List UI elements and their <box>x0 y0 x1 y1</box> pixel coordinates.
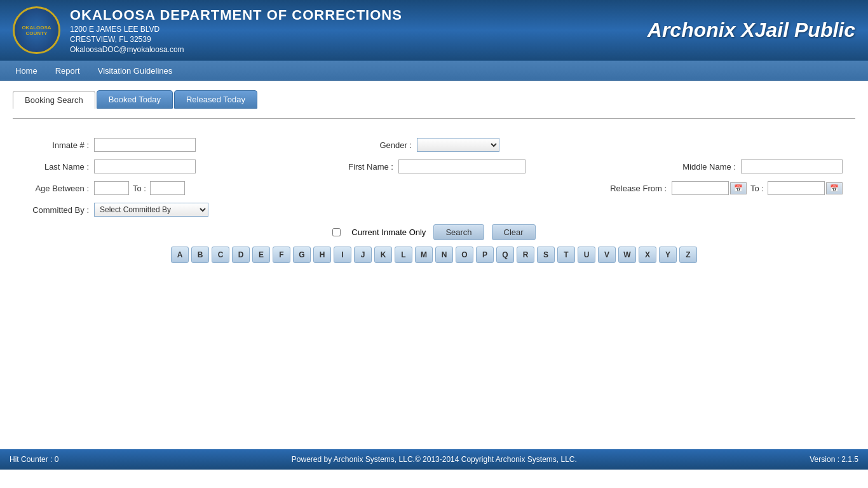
form-row-names: Last Name : First Name : Middle Name : <box>25 159 843 173</box>
alpha-btn-n[interactable]: N <box>435 247 453 263</box>
alpha-btn-o[interactable]: O <box>456 247 473 263</box>
header: OKALOOSA COUNTY OKALOOSA DEPARTMENT OF C… <box>0 0 868 60</box>
alpha-btn-l[interactable]: L <box>395 247 412 263</box>
app-name: Archonix XJail Public <box>648 18 855 42</box>
last-name-input[interactable] <box>94 159 196 173</box>
release-to-calendar-btn[interactable]: 📅 <box>826 182 843 194</box>
age-from-input[interactable] <box>94 181 129 195</box>
first-name-label: First Name : <box>336 162 393 172</box>
gender-select[interactable]: Male Female <box>417 138 499 152</box>
alpha-btn-a[interactable]: A <box>171 247 189 263</box>
middle-name-input[interactable] <box>741 159 843 173</box>
alpha-btn-j[interactable]: J <box>354 247 372 263</box>
alpha-btn-w[interactable]: W <box>618 247 636 263</box>
alpha-btn-b[interactable]: B <box>191 247 209 263</box>
header-info: OKALOOSA DEPARTMENT OF CORRECTIONS 1200 … <box>70 7 648 54</box>
email: OkaloosaDOC@myokaloosa.com <box>70 45 648 54</box>
alpha-btn-m[interactable]: M <box>415 247 433 263</box>
search-form: Inmate # : Gender : Male Female Last Nam… <box>13 132 855 269</box>
current-inmate-checkbox[interactable] <box>332 228 341 236</box>
nav-visitation[interactable]: Visitation Guidelines <box>89 62 182 79</box>
alpha-btn-k[interactable]: K <box>374 247 392 263</box>
nav-report[interactable]: Report <box>46 62 89 79</box>
release-from-calendar-btn[interactable]: 📅 <box>730 182 747 194</box>
middle-name-label: Middle Name : <box>666 162 736 172</box>
first-name-input[interactable] <box>398 159 526 173</box>
alpha-btn-f[interactable]: F <box>273 247 290 263</box>
content-area: Booking Search Booked Today Released Tod… <box>0 81 868 449</box>
alpha-btn-x[interactable]: X <box>639 247 656 263</box>
alpha-btn-u[interactable]: U <box>578 247 595 263</box>
alpha-btn-d[interactable]: D <box>232 247 250 263</box>
search-controls-row: Current Inmate Only Search Clear <box>25 224 843 240</box>
footer: Hit Counter : 0 Powered by Archonix Syst… <box>0 449 868 470</box>
clear-button[interactable]: Clear <box>492 224 536 240</box>
release-to-label: To : <box>750 184 764 193</box>
tabs-border <box>13 118 855 119</box>
inmate-input[interactable] <box>94 138 196 152</box>
alpha-btn-p[interactable]: P <box>476 247 494 263</box>
tab-booked-today[interactable]: Booked Today <box>97 90 173 109</box>
committed-by-label: Committed By : <box>25 205 89 215</box>
alpha-btn-z[interactable]: Z <box>679 247 697 263</box>
address2: CRESTVIEW, FL 32539 <box>70 35 648 44</box>
dept-name: OKALOOSA DEPARTMENT OF CORRECTIONS <box>70 7 648 24</box>
age-to-label: To : <box>133 184 146 193</box>
release-from-input[interactable] <box>672 181 729 195</box>
tabs: Booking Search Booked Today Released Tod… <box>13 90 855 109</box>
inmate-label: Inmate # : <box>25 140 89 150</box>
age-to-input[interactable] <box>150 181 185 195</box>
powered-by: Powered by Archonix Systems, LLC.© 2013-… <box>292 455 577 464</box>
last-name-label: Last Name : <box>25 162 89 172</box>
navbar: Home Report Visitation Guidelines <box>0 60 868 81</box>
alpha-btn-s[interactable]: S <box>537 247 555 263</box>
version: Version : 2.1.5 <box>810 455 858 464</box>
committed-by-select[interactable]: Select Committed By <box>94 203 208 217</box>
tab-released-today[interactable]: Released Today <box>174 90 257 109</box>
alpha-btn-h[interactable]: H <box>313 247 331 263</box>
alpha-btn-g[interactable]: G <box>293 247 311 263</box>
form-row-age-release: Age Between : To : Release From : 📅 To :… <box>25 181 843 195</box>
logo: OKALOOSA COUNTY <box>13 6 60 54</box>
hit-counter: Hit Counter : 0 <box>10 455 58 464</box>
form-row-inmate-gender: Inmate # : Gender : Male Female <box>25 138 843 152</box>
alpha-btn-i[interactable]: I <box>334 247 351 263</box>
alpha-btn-e[interactable]: E <box>252 247 270 263</box>
alpha-btn-c[interactable]: C <box>212 247 229 263</box>
nav-home[interactable]: Home <box>6 62 46 79</box>
alpha-btn-r[interactable]: R <box>517 247 534 263</box>
release-to-input[interactable] <box>768 181 825 195</box>
alphabet-row: ABCDEFGHIJKLMNOPQRSTUVWXYZ <box>25 247 843 263</box>
release-from-label: Release From : <box>597 184 667 193</box>
alpha-btn-v[interactable]: V <box>598 247 616 263</box>
tab-booking-search[interactable]: Booking Search <box>13 91 95 109</box>
form-row-committed: Committed By : Select Committed By <box>25 203 843 217</box>
gender-label: Gender : <box>367 140 412 150</box>
alpha-btn-t[interactable]: T <box>557 247 575 263</box>
logo-text: OKALOOSA COUNTY <box>22 25 51 36</box>
age-between-label: Age Between : <box>25 184 89 193</box>
alpha-btn-y[interactable]: Y <box>659 247 677 263</box>
alpha-btn-q[interactable]: Q <box>496 247 514 263</box>
current-inmate-label: Current Inmate Only <box>351 227 426 237</box>
search-button[interactable]: Search <box>433 224 484 240</box>
address1: 1200 E JAMES LEE BLVD <box>70 25 648 34</box>
